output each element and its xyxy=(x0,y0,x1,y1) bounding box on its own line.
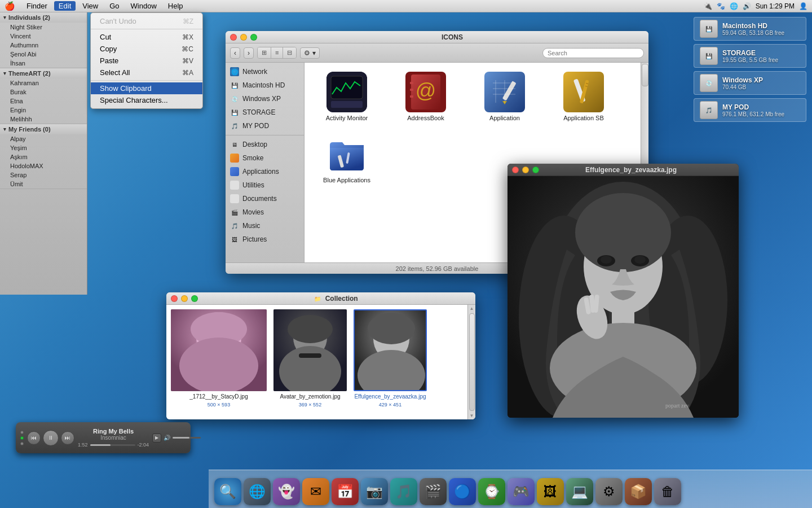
menu-special-characters[interactable]: Special Characters... xyxy=(91,94,202,106)
sidebar-item-serap[interactable]: Serap xyxy=(0,170,87,179)
dock-icon-7[interactable]: 🎵 xyxy=(390,478,417,505)
menubar-window[interactable]: Window xyxy=(126,1,161,11)
dock-icon-13[interactable]: 💻 xyxy=(566,478,593,505)
finder-sidebar-my-pod[interactable]: 🎵 MY POD xyxy=(226,119,304,133)
dock-icon-3[interactable]: 👻 xyxy=(273,478,300,505)
finder-sidebar-movies[interactable]: 🎬 Movies xyxy=(226,205,304,219)
player-dot-2[interactable] xyxy=(20,436,24,440)
sidebar-item-askim[interactable]: Aşkım xyxy=(0,152,87,161)
menu-select-all[interactable]: Select All ⌘A xyxy=(91,67,202,78)
dock-icon-16[interactable]: 🗑 xyxy=(654,478,681,505)
sidebar-item-authumnn[interactable]: Authumnn xyxy=(0,41,87,50)
finder-icon-application[interactable]: Application xyxy=(468,68,541,125)
image-viewer-minimize-button[interactable] xyxy=(522,167,529,173)
drive-my-pod[interactable]: 🎵 MY POD 976.1 MB, 631.2 Mb free xyxy=(694,98,806,122)
collection-close-button[interactable] xyxy=(171,295,178,302)
finder-icon-application-sb[interactable]: Application SB xyxy=(547,68,620,125)
apple-menu[interactable]: 🍎 xyxy=(5,1,15,11)
finder-back-button[interactable]: ‹ xyxy=(230,47,240,59)
finder-icon-blue-applications[interactable]: Blue Applications xyxy=(310,130,383,187)
drive-storage[interactable]: 💾 STORAGE 19.55 GB, 5.5 GB free xyxy=(694,44,806,68)
finder-forward-button[interactable]: › xyxy=(244,47,254,59)
sidebar-item-burak[interactable]: Burak xyxy=(0,87,87,97)
dock-icon-6[interactable]: 📷 xyxy=(361,478,388,505)
finder-sidebar-desktop[interactable]: 🖥 Desktop xyxy=(226,138,304,151)
scroll-thumb[interactable] xyxy=(469,313,475,411)
finder-scrollbar-thumb[interactable] xyxy=(642,64,648,86)
sidebar-item-senol-abi[interactable]: Şenol Abi xyxy=(0,50,87,59)
collection-thumb-stacy[interactable]: _1712__by_StacyD.jpg 500 × 593 xyxy=(171,309,267,407)
dock-icon-10[interactable]: ⌚ xyxy=(478,478,505,505)
finder-sidebar-music[interactable]: 🎵 Music xyxy=(226,219,304,233)
finder-maximize-button[interactable] xyxy=(250,34,257,41)
finder-search-input[interactable] xyxy=(542,48,644,58)
menubar-view[interactable]: View xyxy=(78,1,103,11)
player-volume-slider[interactable] xyxy=(173,437,201,439)
finder-minimize-button[interactable] xyxy=(240,34,247,41)
menubar-finder[interactable]: Finder xyxy=(22,1,52,11)
view-icon-button[interactable]: ⊞ xyxy=(258,47,271,58)
dock-icon-12[interactable]: 🖼 xyxy=(537,478,564,505)
finder-sidebar-macintosh-hd[interactable]: 💾 Macintosh HD xyxy=(226,78,304,92)
player-forward-button[interactable]: ⏭ xyxy=(61,431,74,445)
group-themeart-header[interactable]: ▾ ThemeART (2) xyxy=(0,68,87,78)
finder-sidebar-applications[interactable]: Applications xyxy=(226,165,304,178)
sidebar-item-engin[interactable]: Engin xyxy=(0,106,87,115)
sidebar-item-melihhh[interactable]: Melihhh xyxy=(0,115,87,124)
dock-icon-9[interactable]: 🔵 xyxy=(449,478,476,505)
sidebar-item-hodoloMAX[interactable]: HodoloMAX xyxy=(0,161,87,170)
menubar-edit[interactable]: Edit xyxy=(54,1,76,11)
group-individuals-header[interactable]: ▾ Individuals (2) xyxy=(0,12,87,23)
view-column-button[interactable]: ⊟ xyxy=(283,47,296,58)
finder-sidebar-smoke[interactable]: Smoke xyxy=(226,151,304,165)
sidebar-item-night-stiker[interactable]: Night Stiker xyxy=(0,23,87,32)
finder-action-button[interactable]: ⚙ ▾ xyxy=(300,47,319,59)
player-playlist-button[interactable]: ▶ xyxy=(152,433,161,443)
player-rewind-button[interactable]: ⏮ xyxy=(27,431,41,445)
dock-icon-14[interactable]: ⚙ xyxy=(595,478,623,505)
collection-maximize-button[interactable] xyxy=(191,295,198,302)
finder-sidebar-storage[interactable]: 💾 STORAGE xyxy=(226,106,304,119)
scroll-down-arrow[interactable]: ▼ xyxy=(470,413,474,418)
drive-windows-xp[interactable]: 💿 Windows XP 70.44 GB xyxy=(694,71,806,95)
finder-icon-activity-monitor[interactable]: Activity Monitor xyxy=(310,68,383,125)
dock-icon-4[interactable]: ✉ xyxy=(302,478,329,505)
dock-icon-2[interactable]: 🌐 xyxy=(244,478,271,505)
image-viewer-close-button[interactable] xyxy=(512,167,519,173)
collection-minimize-button[interactable] xyxy=(181,295,188,302)
group-my-friends-header[interactable]: ▾ My Friends (0) xyxy=(0,124,87,134)
sidebar-item-kahraman[interactable]: Kahraman xyxy=(0,78,87,87)
player-progress-bar[interactable] xyxy=(90,444,135,446)
menubar-help[interactable]: Help xyxy=(164,1,188,11)
dock-icon-finder[interactable]: 🔍 xyxy=(214,478,241,505)
menu-cut[interactable]: Cut ⌘X xyxy=(91,31,202,43)
finder-sidebar-utilities[interactable]: Utilities xyxy=(226,178,304,192)
dock-icon-5[interactable]: 📅 xyxy=(332,478,359,505)
view-list-button[interactable]: ≡ xyxy=(271,47,283,58)
drive-macintosh-hd[interactable]: 💾 Macintosh HD 59.04 GB, 53.18 GB free xyxy=(694,17,806,41)
finder-sidebar-windows-xp[interactable]: 💿 Windows XP xyxy=(226,92,304,106)
finder-sidebar-network[interactable]: 🌐 Network xyxy=(226,65,304,78)
sidebar-item-alpay[interactable]: Alpay xyxy=(0,134,87,143)
sidebar-item-vincent[interactable]: Vincent xyxy=(0,32,87,41)
menu-show-clipboard[interactable]: Show Clipboard xyxy=(91,82,202,94)
collection-thumb-effulgence[interactable]: Effulgence_by_zevaazka.jpg 429 × 451 xyxy=(354,309,427,407)
finder-close-button[interactable] xyxy=(230,34,237,41)
menu-copy[interactable]: Copy ⌘C xyxy=(91,43,202,55)
sidebar-item-yesim[interactable]: Yeşim xyxy=(0,143,87,152)
player-pause-button[interactable]: ⏸ xyxy=(43,430,59,446)
dock-icon-11[interactable]: 🎮 xyxy=(508,478,535,505)
player-dot-1[interactable] xyxy=(20,431,24,434)
finder-sidebar-documents[interactable]: Documents xyxy=(226,192,304,205)
sidebar-item-ihsan[interactable]: İhsan xyxy=(0,59,87,68)
collection-thumb-avatar[interactable]: Avatar_by_zemotion.jpg 369 × 552 xyxy=(273,309,347,407)
finder-sidebar-pictures[interactable]: 🖼 Pictures xyxy=(226,233,304,246)
collection-scrollbar[interactable]: ▲ ▼ xyxy=(467,305,475,419)
sidebar-item-etna[interactable]: Etna xyxy=(0,97,87,106)
menubar-go[interactable]: Go xyxy=(105,1,123,11)
scroll-up-arrow[interactable]: ▲ xyxy=(470,306,474,311)
sidebar-item-umit[interactable]: Ümit xyxy=(0,179,87,189)
menu-paste[interactable]: Paste ⌘V xyxy=(91,55,202,67)
dock-icon-15[interactable]: 📦 xyxy=(625,478,652,505)
dock-icon-8[interactable]: 🎬 xyxy=(420,478,447,505)
